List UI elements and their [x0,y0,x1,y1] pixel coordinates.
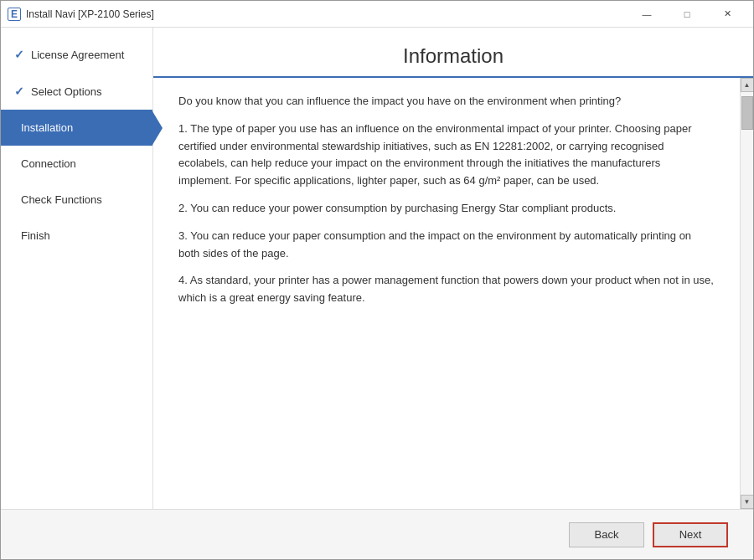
content-area: Information Do you know that you can inf… [153,28,753,509]
minimize-button[interactable]: — [627,1,666,28]
footer: Back Next [1,509,753,559]
window-controls: — □ ✕ [627,1,746,28]
next-button[interactable]: Next [653,522,728,547]
paragraph-0: Do you know that you can influence the i… [178,93,715,110]
scroll-thumb[interactable] [741,96,753,130]
check-icon-select-options: ✓ [14,85,24,98]
sidebar-item-finish[interactable]: Finish [1,218,152,254]
sidebar-label-installation: Installation [21,121,73,134]
sidebar-label-license: License Agreement [31,49,124,61]
scroll-up-button[interactable]: ▲ [741,78,754,92]
check-icon-license: ✓ [14,48,24,61]
sidebar-item-connection[interactable]: Connection [1,146,152,182]
paragraph-1: 1. The type of paper you use has an infl… [178,121,715,190]
scroll-down-button[interactable]: ▼ [741,495,754,509]
paragraph-4: 4. As standard, your printer has a power… [178,272,715,307]
scrollbar: ▲ ▼ [740,78,753,509]
content-body: Do you know that you can influence the i… [153,78,740,509]
main-window: E Install Navi [XP-2100 Series] — □ ✕ ✓ … [0,0,754,560]
sidebar-item-installation[interactable]: Installation [1,110,152,146]
sidebar: ✓ License Agreement ✓ Select Options Ins… [1,28,153,509]
sidebar-item-select-options[interactable]: ✓ Select Options [1,73,152,110]
main-content: ✓ License Agreement ✓ Select Options Ins… [1,28,753,509]
content-header: Information [153,28,753,78]
paragraph-2: 2. You can reduce your power consumption… [178,200,715,218]
back-button[interactable]: Back [569,522,644,547]
scroll-track [741,92,753,495]
paragraph-3: 3. You can reduce your paper consumption… [178,228,715,263]
sidebar-item-check-functions[interactable]: Check Functions [1,182,152,218]
window-title: Install Navi [XP-2100 Series] [26,8,627,20]
maximize-button[interactable]: □ [668,1,706,28]
close-button[interactable]: ✕ [708,1,746,28]
titlebar: E Install Navi [XP-2100 Series] — □ ✕ [1,1,753,28]
app-icon: E [8,8,21,21]
sidebar-label-check-functions: Check Functions [21,193,102,206]
sidebar-label-select-options: Select Options [31,85,102,98]
sidebar-label-connection: Connection [21,157,76,170]
sidebar-item-license-agreement[interactable]: ✓ License Agreement [1,36,152,73]
sidebar-label-finish: Finish [21,229,50,242]
page-title: Information [178,44,728,68]
